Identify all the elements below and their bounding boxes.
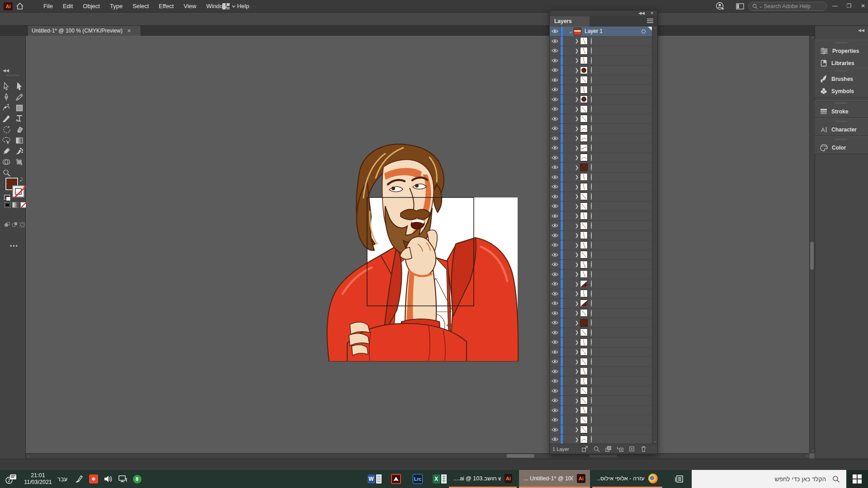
canvas[interactable]: [26, 36, 809, 453]
locate-object-icon[interactable]: [593, 446, 600, 452]
target-icon[interactable]: [591, 183, 592, 190]
rotate-tool[interactable]: [1, 125, 11, 134]
sublayer-thumbnail[interactable]: [580, 377, 588, 385]
sublayer-thumbnail[interactable]: [580, 367, 588, 375]
sublayer-thumbnail[interactable]: [580, 125, 588, 132]
sublayer-row-22[interactable]: ❯: [550, 240, 652, 250]
sublayer-thumbnail[interactable]: [580, 280, 588, 288]
arrange-documents-icon[interactable]: [222, 3, 236, 9]
sublayer-name[interactable]: [591, 174, 652, 180]
sublayer-name[interactable]: [591, 155, 652, 161]
sublayer-thumbnail[interactable]: [580, 115, 588, 122]
sublayer-name[interactable]: [591, 417, 652, 423]
tray-app-icon[interactable]: ❖: [87, 470, 100, 488]
horizontal-scrollbar-thumb[interactable]: [506, 454, 534, 458]
rectangle-tool[interactable]: [14, 103, 24, 113]
sublayer-name[interactable]: [591, 116, 652, 122]
sublayer-row-33[interactable]: ❯: [550, 347, 652, 357]
sublayer-name[interactable]: [591, 300, 652, 306]
expand-chevron-icon[interactable]: ❯: [574, 97, 580, 102]
sublayer-name[interactable]: [591, 96, 652, 103]
visibility-icon[interactable]: [550, 95, 561, 104]
sublayer-name[interactable]: [591, 397, 652, 404]
visibility-icon[interactable]: [550, 192, 561, 202]
visibility-icon[interactable]: [550, 435, 561, 444]
target-icon[interactable]: [591, 407, 592, 414]
sublayer-thumbnail[interactable]: [580, 222, 588, 230]
target-icon[interactable]: [591, 135, 592, 142]
expand-chevron-icon[interactable]: ❯: [574, 204, 580, 209]
sublayer-thumbnail[interactable]: [580, 86, 588, 94]
target-icon[interactable]: [591, 358, 592, 365]
target-icon[interactable]: [591, 251, 592, 258]
sublayer-row-12[interactable]: ❯: [550, 143, 652, 153]
expand-chevron-icon[interactable]: ❯: [574, 107, 580, 112]
expand-chevron-icon[interactable]: ❯: [574, 194, 580, 199]
target-icon[interactable]: [591, 280, 592, 287]
target-icon[interactable]: [591, 86, 592, 93]
home-icon[interactable]: [16, 3, 24, 9]
taskbar-lightroom-icon[interactable]: Lrc: [407, 470, 428, 488]
sublayer-thumbnail[interactable]: [580, 183, 588, 191]
expand-chevron-icon[interactable]: ❯: [574, 369, 580, 374]
sublayer-thumbnail[interactable]: [580, 426, 588, 433]
shape-builder-tool[interactable]: [1, 158, 11, 167]
sublayer-thumbnail[interactable]: [580, 95, 588, 103]
expand-chevron-icon[interactable]: ❯: [574, 252, 580, 257]
taskbar-button-ai-untitled[interactable]: ... Untitled-1* @ 100 Ai: [519, 470, 590, 488]
sublayer-name[interactable]: [591, 77, 652, 83]
target-icon[interactable]: [591, 426, 592, 433]
sublayer-name[interactable]: [591, 291, 652, 297]
sublayer-row-2[interactable]: ❯: [550, 46, 652, 56]
symbol-sprayer-tool[interactable]: [14, 147, 24, 156]
sublayer-thumbnail[interactable]: [580, 56, 588, 64]
sublayer-row-30[interactable]: ❯: [550, 318, 652, 328]
expand-chevron-icon[interactable]: ❯: [574, 408, 580, 413]
sublayer-name[interactable]: [591, 252, 652, 258]
menu-object[interactable]: Object: [78, 0, 104, 13]
pencil-tool[interactable]: [14, 93, 24, 102]
sublayer-row-36[interactable]: ❯: [550, 376, 652, 386]
sublayer-thumbnail[interactable]: [580, 319, 588, 327]
direct-selection-tool[interactable]: [14, 82, 24, 91]
expand-chevron-icon[interactable]: ❯: [574, 68, 580, 73]
target-icon[interactable]: [591, 377, 592, 385]
sublayer-row-26[interactable]: ❯: [550, 279, 652, 289]
target-icon[interactable]: [591, 57, 592, 64]
sublayer-row-1[interactable]: ❯: [550, 37, 652, 47]
sublayer-row-39[interactable]: ❯: [550, 406, 652, 416]
visibility-icon[interactable]: [550, 231, 561, 240]
visibility-icon[interactable]: [550, 211, 561, 221]
sublayer-row-15[interactable]: ❯: [550, 173, 652, 183]
visibility-icon[interactable]: [550, 173, 561, 182]
dock-collapse-icon[interactable]: ◀◀: [858, 28, 864, 33]
sublayer-row-37[interactable]: ❯: [550, 386, 652, 396]
eyedropper-tool[interactable]: [1, 147, 11, 156]
sublayer-row-9[interactable]: ❯: [550, 114, 652, 124]
target-icon[interactable]: [591, 329, 592, 336]
expand-chevron-icon[interactable]: ❯: [574, 379, 580, 384]
sublayer-row-31[interactable]: ❯: [550, 328, 652, 338]
sublayer-thumbnail[interactable]: [580, 270, 588, 278]
sublayer-name[interactable]: [591, 67, 652, 73]
sublayer-thumbnail[interactable]: [580, 358, 588, 366]
collect-for-export-icon[interactable]: [581, 446, 588, 452]
sublayer-name[interactable]: [591, 378, 652, 384]
expand-chevron-icon[interactable]: ❯: [574, 233, 580, 238]
sublayer-name[interactable]: [591, 232, 652, 239]
windows-search-input[interactable]: הקלד כאן כדי לחפש: [692, 470, 846, 488]
target-icon[interactable]: [591, 416, 592, 423]
panel-close-icon[interactable]: ✕: [650, 11, 654, 15]
target-icon[interactable]: [591, 436, 592, 443]
minimize-button[interactable]: —: [829, 3, 841, 9]
target-icon[interactable]: [591, 164, 592, 171]
expand-chevron-icon[interactable]: ❯: [574, 291, 580, 296]
make-clipping-mask-icon[interactable]: [605, 446, 612, 452]
menu-select[interactable]: Select: [128, 0, 153, 13]
sublayer-name[interactable]: [591, 193, 652, 200]
expand-chevron-icon[interactable]: ❯: [574, 48, 580, 53]
visibility-icon[interactable]: [550, 406, 561, 415]
sublayer-thumbnail[interactable]: [580, 37, 588, 45]
visibility-icon[interactable]: [550, 260, 561, 269]
sublayer-name[interactable]: [591, 106, 652, 112]
